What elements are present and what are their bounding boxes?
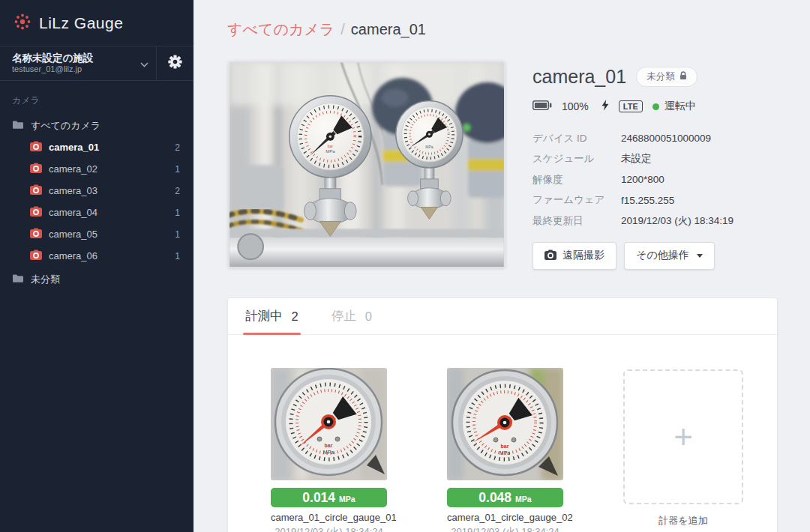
app-title: LiLz Gauge [39,14,123,32]
device-title: camera_01 [532,66,626,88]
gauge-updated: 2019/12/03 (火) 18:34:24 [447,525,563,532]
battery-level: 100% [562,100,589,112]
status-dot [652,103,659,110]
folder-label: 未分類 [31,273,60,286]
camera-icon [30,184,42,197]
camera-icon [30,228,42,241]
gauge-thumbnail[interactable]: bar MPa [271,368,387,480]
app-logo[interactable]: LiLz Gauge [0,0,194,46]
sidebar-item-camera-04[interactable]: camera_04 1 [0,202,194,223]
info-value: 1200*800 [621,174,664,185]
camera-icon [30,250,42,262]
more-actions-button[interactable]: その他操作 [624,242,715,270]
settings-button[interactable] [156,46,194,80]
gauge-value: 0.014 [302,488,335,507]
camera-gauge-count: 2 [175,142,182,153]
svg-text:bar: bar [325,443,333,448]
info-label: 解像度 [532,173,621,187]
svg-text:MPa: MPa [326,149,335,154]
camera-label: camera_03 [49,185,168,196]
battery-icon [532,100,552,112]
facility-name: 名称未設定の施設 [12,52,140,64]
camera-icon [30,163,42,175]
facility-selector[interactable]: 名称未設定の施設 testuser_01@lilz.jp [0,46,156,80]
folder-label: すべてのカメラ [31,119,100,133]
gauge-thumbnail[interactable]: bar MPa [447,368,563,480]
svg-text:MPa: MPa [500,450,511,456]
info-label: デバイス ID [532,132,621,145]
camera-gauge-count: 1 [175,208,182,218]
status-label: 運転中 [664,100,696,113]
info-label: 最終更新日 [532,214,621,228]
tab-bar: 計測中 2 停止 0 [228,298,777,335]
info-value: 未設定 [621,152,652,166]
group-badge-label: 未分類 [646,70,675,83]
camera-label: camera_05 [49,229,168,240]
info-label: ファームウェア [532,193,621,207]
svg-text:MPa: MPa [323,450,334,455]
gauges-panel: 計測中 2 停止 0 [227,297,778,532]
info-label: スケジュール [532,152,621,166]
info-row-device-id: デバイス ID 2468800051000009 [532,128,782,149]
sidebar-item-camera-02[interactable]: camera_02 1 [0,158,194,180]
facility-row: 名称未設定の施設 testuser_01@lilz.jp [0,46,194,81]
remote-capture-label: 遠隔撮影 [562,249,604,262]
plus-icon: + [674,420,693,453]
lock-icon [680,71,687,82]
breadcrumb: すべてのカメラ / camera_01 [227,19,426,40]
svg-text:MPa: MPa [425,145,433,149]
camera-label: camera_02 [49,163,168,175]
gauge-updated: 2019/12/03 (火) 18:34:24 [271,525,387,532]
tab-measuring[interactable]: 計測中 2 [243,298,301,334]
tab-stopped[interactable]: 停止 0 [329,298,374,334]
camera-gauge-count: 2 [175,186,182,196]
chevron-down-icon [140,57,148,70]
sidebar-item-camera-05[interactable]: camera_05 1 [0,223,194,245]
add-gauge-label: 計器を追加 [623,514,743,528]
caret-down-icon [697,254,703,258]
svg-text:bar: bar [501,444,509,449]
camera-gauge-count: 1 [175,164,182,175]
gauge-name: camera_01_circle_gauge_01 [271,512,387,523]
gauge-name: camera_01_circle_gauge_02 [447,512,563,523]
tab-count: 2 [292,309,298,324]
add-gauge-card[interactable]: + 計器を追加 [623,368,743,528]
sidebar-folder-uncategorized[interactable]: 未分類 [0,268,194,290]
lilz-logo-icon [14,13,32,34]
more-actions-label: その他操作 [636,249,689,262]
camera-photo[interactable]: MPa bar MP [229,61,505,267]
breadcrumb-all-cameras-link[interactable]: すべてのカメラ [227,19,334,40]
tab-label: 計測中 [245,308,283,324]
gauge-value-badge: 0.048 MPa [447,488,563,507]
camera-icon [544,250,556,262]
network-badge: LTE [619,100,643,112]
tab-label: 停止 [332,308,356,324]
group-badge[interactable]: 未分類 [636,67,698,87]
sidebar-item-camera-06[interactable]: camera_06 1 [0,245,194,267]
camera-gauge-count: 1 [175,251,182,262]
gauge-unit: MPa [515,489,532,509]
camera-label: camera_04 [49,207,168,218]
gauge-card-2[interactable]: bar MPa 0.048 MPa camera_01_circle_gauge… [447,368,563,532]
facility-email: testuser_01@lilz.jp [12,64,140,74]
remote-capture-button[interactable]: 遠隔撮影 [532,242,616,270]
breadcrumb-current: camera_01 [351,21,426,38]
camera-gauge-count: 1 [175,229,182,240]
device-panel: camera_01 未分類 100% LTE [532,61,782,270]
sidebar-folder-all-cameras[interactable]: すべてのカメラ [0,115,194,136]
sidebar-item-camera-03[interactable]: camera_03 2 [0,180,194,202]
camera-label: camera_06 [49,250,168,262]
sidebar: LiLz Gauge 名称未設定の施設 testuser_01@lilz.jp [0,0,194,532]
folder-icon [12,120,24,132]
main-content: すべてのカメラ / camera_01 [194,0,810,532]
gauge-value-badge: 0.014 MPa [271,488,387,507]
info-row-firmware: ファームウェア f15.255.255 [532,190,782,211]
gauge-value: 0.048 [478,488,512,507]
info-value: 2468800051000009 [621,133,711,144]
info-row-resolution: 解像度 1200*800 [532,169,782,190]
sidebar-item-camera-01[interactable]: camera_01 2 [0,136,194,158]
add-gauge-dropzone[interactable]: + [623,369,743,504]
gauge-card-1[interactable]: bar MPa 0.014 MPa camera_01_circle_gauge… [271,368,387,532]
info-value: 2019/12/03 (火) 18:34:19 [621,214,734,228]
device-info-table: デバイス ID 2468800051000009 スケジュール 未設定 解像度 … [532,128,782,232]
